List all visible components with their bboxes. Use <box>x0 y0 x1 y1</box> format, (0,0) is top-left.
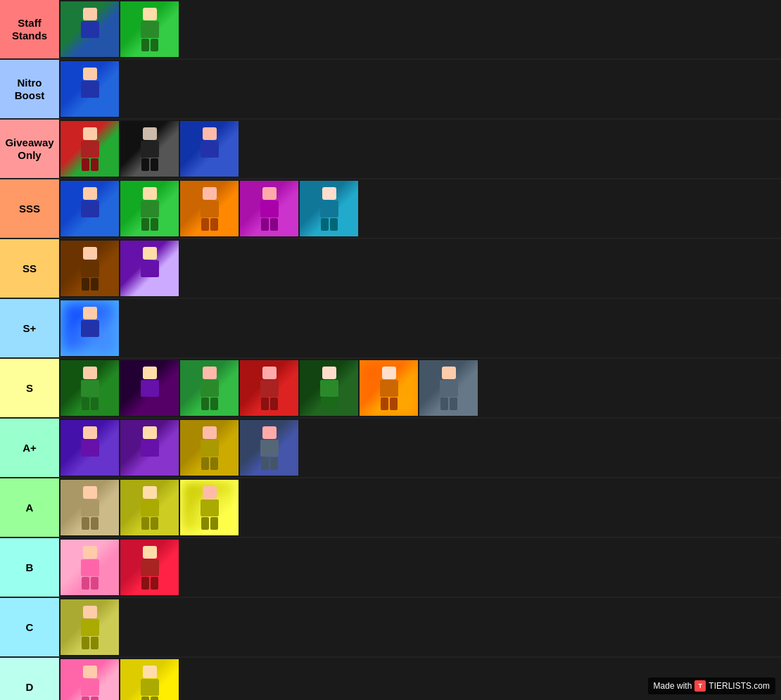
tier-row-b: B <box>0 538 781 598</box>
tier-items-ss <box>59 239 781 298</box>
tier-items-aplus <box>59 419 781 477</box>
tier-item-a3[interactable] <box>180 480 239 535</box>
tier-label-d: D <box>0 658 59 700</box>
tier-item-ap4[interactable] <box>240 420 298 476</box>
tier-label-ss: SS <box>0 239 59 298</box>
watermark-brand: TIERLISTS.com <box>709 681 770 691</box>
tier-item-b1[interactable] <box>61 540 119 595</box>
tier-items-a <box>59 478 781 537</box>
tier-item-sss5[interactable] <box>300 181 358 236</box>
watermark: Made with T TIERLISTS.com <box>648 677 775 694</box>
tier-item-ap3[interactable] <box>180 420 239 476</box>
tier-item-s5[interactable] <box>300 360 358 416</box>
tier-items-giveaway <box>59 120 781 178</box>
tier-items-b <box>59 538 781 597</box>
tier-label-sss: SSS <box>0 179 59 238</box>
tier-item-s2[interactable] <box>120 360 179 416</box>
tier-item-s1[interactable] <box>61 360 119 416</box>
tier-row-c: C <box>0 598 781 658</box>
tier-item-staff2[interactable] <box>120 1 179 57</box>
tier-items-splus <box>59 299 781 357</box>
tier-items-sss <box>59 179 781 238</box>
tier-item-sss3[interactable] <box>180 181 239 236</box>
tier-row-giveaway: Giveaway Only <box>0 120 781 179</box>
tier-item-s3[interactable] <box>180 360 239 416</box>
tier-row-staff: Staff Stands <box>0 0 781 60</box>
tier-row-sss: SSS <box>0 179 781 239</box>
tier-row-splus: S+ <box>0 299 781 359</box>
tier-items-c <box>59 598 781 656</box>
tier-row-ss: SS <box>0 239 781 299</box>
tier-item-d2[interactable] <box>120 659 179 700</box>
tier-item-s4[interactable] <box>240 360 298 416</box>
tier-item-b2[interactable] <box>120 540 179 595</box>
tier-item-staff1[interactable] <box>61 1 119 57</box>
tier-label-b: B <box>0 538 59 597</box>
tier-label-aplus: A+ <box>0 419 59 477</box>
tier-item-ap1[interactable] <box>61 420 119 476</box>
tier-label-a: A <box>0 478 59 537</box>
tier-item-g3[interactable] <box>180 121 239 177</box>
tier-items-nitro <box>59 60 781 118</box>
tier-item-s7[interactable] <box>419 360 478 416</box>
tier-label-c: C <box>0 598 59 656</box>
tier-item-ss2[interactable] <box>120 241 179 296</box>
tier-row-nitro: Nitro Boost <box>0 60 781 120</box>
tier-item-sss1[interactable] <box>61 181 119 236</box>
tier-items-staff <box>59 0 781 58</box>
tier-item-g2[interactable] <box>120 121 179 177</box>
tier-item-s6[interactable] <box>360 360 418 416</box>
tier-item-a1[interactable] <box>61 480 119 535</box>
tier-row-aplus: A+ <box>0 419 781 478</box>
tier-item-nitro1[interactable] <box>61 61 119 117</box>
tier-row-s: S <box>0 359 781 419</box>
tier-list: Staff Stands Nitro Boost Giveaway Only <box>0 0 781 700</box>
tier-label-staff: Staff Stands <box>0 0 59 58</box>
tier-item-d1[interactable] <box>61 659 119 700</box>
tier-label-nitro: Nitro Boost <box>0 60 59 118</box>
tier-item-a2[interactable] <box>120 480 179 535</box>
tier-item-ss1[interactable] <box>61 241 119 296</box>
tierlists-logo: T <box>694 680 706 692</box>
tier-item-sss2[interactable] <box>120 181 179 236</box>
tier-item-sss4[interactable] <box>240 181 298 236</box>
tier-item-c1[interactable] <box>61 599 119 655</box>
watermark-text: Made with <box>654 681 692 691</box>
tier-label-giveaway: Giveaway Only <box>0 120 59 178</box>
tier-items-s <box>59 359 781 417</box>
tier-item-sp1[interactable] <box>61 300 119 356</box>
tier-item-ap2[interactable] <box>120 420 179 476</box>
tier-item-g1[interactable] <box>61 121 119 177</box>
tier-label-s: S <box>0 359 59 417</box>
tier-label-splus: S+ <box>0 299 59 357</box>
tier-row-a: A <box>0 478 781 538</box>
